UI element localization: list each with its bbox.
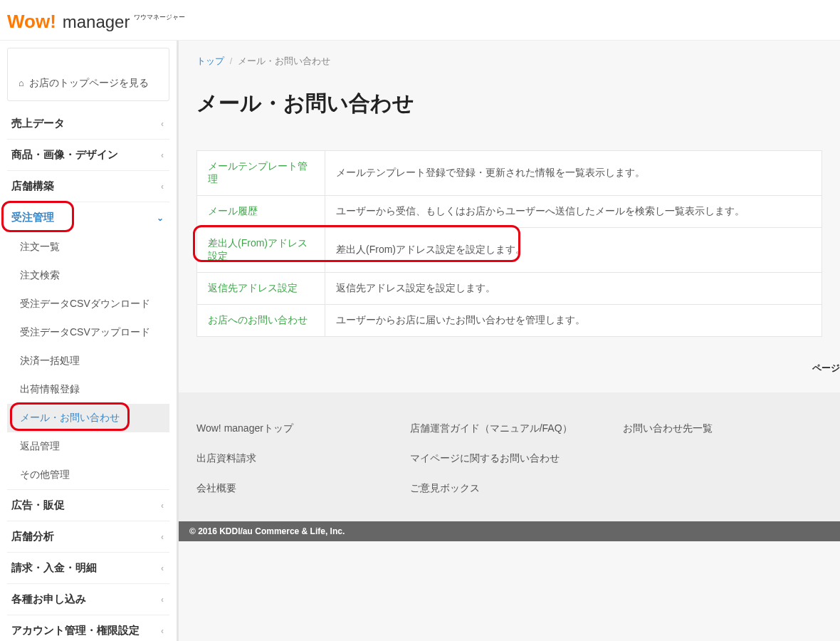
footer: Wow! managerトップ出店資料請求会社概要店舗運営ガイド（マニュアル/F… <box>179 392 840 541</box>
copyright: © 2016 KDDI/au Commerce & Life, Inc. <box>179 521 840 541</box>
table-row: お店へのお問い合わせユーザーからお店に届いたお問い合わせを管理します。 <box>197 305 822 337</box>
logo-subtitle: ワウマネージャー <box>134 13 185 22</box>
table-row: 差出人(From)アドレス設定差出人(From)アドレス設定を設定します。 <box>197 228 822 273</box>
row-description: メールテンプレート登録で登録・更新された情報を一覧表示します。 <box>325 151 822 196</box>
chevron-left-icon: ‹ <box>161 182 164 192</box>
chevron-left-icon: ‹ <box>161 501 164 511</box>
nav-group-2[interactable]: 店舗構築‹ <box>7 171 169 202</box>
nav-sub-item[interactable]: 受注データCSVダウンロード <box>7 290 169 318</box>
row-description: ユーザーから受信、もしくはお店からユーザーへ送信したメールを検索し一覧表示します… <box>325 196 822 228</box>
breadcrumb-root[interactable]: トップ <box>196 56 224 66</box>
row-description: ユーザーからお店に届いたお問い合わせを管理します。 <box>325 305 822 337</box>
footer-column: Wow! managerトップ出店資料請求会社概要 <box>196 414 396 504</box>
footer-link[interactable]: 店舗運営ガイド（マニュアル/FAQ） <box>410 414 609 444</box>
nav-group-label: 売上データ <box>11 117 65 130</box>
chevron-left-icon: ‹ <box>161 150 164 160</box>
nav-sub-item[interactable]: 注文一覧 <box>7 233 169 261</box>
nav-sub-item[interactable]: 受注データCSVアップロード <box>7 318 169 347</box>
footer-link[interactable]: 会社概要 <box>196 474 396 504</box>
nav-group-7[interactable]: 各種お申し込み‹ <box>7 584 169 615</box>
main-content: トップ / メール・お問い合わせ メール・お問い合わせ メールテンプレート管理メ… <box>177 41 840 641</box>
table-row: メール履歴ユーザーから受信、もしくはお店からユーザーへ送信したメールを検索し一覧… <box>197 196 822 228</box>
nav-group-8[interactable]: アカウント管理・権限設定‹ <box>7 615 169 641</box>
nav-group-label: 各種お申し込み <box>11 593 86 606</box>
chevron-left-icon: ‹ <box>161 626 164 636</box>
nav-group-6[interactable]: 請求・入金・明細‹ <box>7 553 169 583</box>
app-header: Wow! manager ワウマネージャー <box>0 0 840 41</box>
nav-sub-item[interactable]: その他管理 <box>7 461 169 489</box>
nav-group-label: 受注管理 <box>11 211 54 224</box>
breadcrumb: トップ / メール・お問い合わせ <box>196 55 822 68</box>
nav-group-label: 請求・入金・明細 <box>11 561 97 575</box>
nav-group-5[interactable]: 店舗分析‹ <box>7 521 169 552</box>
nav-sub-item[interactable]: 決済一括処理 <box>7 347 169 375</box>
nav-sub-item[interactable]: 注文検索 <box>7 261 169 290</box>
breadcrumb-current: メール・お問い合わせ <box>238 56 330 66</box>
chevron-left-icon: ‹ <box>161 532 164 542</box>
shop-top-label: お店のトップページを見る <box>29 77 149 88</box>
table-row: メールテンプレート管理メールテンプレート登録で登録・更新された情報を一覧表示しま… <box>197 151 822 196</box>
nav-sub-item[interactable]: メール・お問い合わせ <box>7 404 169 432</box>
row-description: 差出人(From)アドレス設定を設定します。 <box>325 228 822 273</box>
row-link[interactable]: メール履歴 <box>197 196 325 228</box>
nav-group-1[interactable]: 商品・画像・デザイン‹ <box>7 140 169 170</box>
menu-table: メールテンプレート管理メールテンプレート登録で登録・更新された情報を一覧表示しま… <box>196 150 822 337</box>
table-row: 返信先アドレス設定返信先アドレス設定を設定します。 <box>197 273 822 305</box>
row-link[interactable]: メールテンプレート管理 <box>197 151 325 196</box>
nav-group-label: 広告・販促 <box>11 499 65 512</box>
home-icon: ⌂ <box>19 78 24 88</box>
footer-link[interactable]: 出店資料請求 <box>196 444 396 474</box>
chevron-left-icon: ‹ <box>161 119 164 129</box>
nav-group-label: 店舗分析 <box>11 530 54 543</box>
chevron-left-icon: ‹ <box>161 595 164 605</box>
footer-column: 店舗運営ガイド（マニュアル/FAQ）マイページに関するお問い合わせご意見ボックス <box>410 414 609 504</box>
footer-column: お問い合わせ先一覧 <box>623 414 822 504</box>
shop-top-link[interactable]: ⌂ お店のトップページを見る <box>7 48 169 101</box>
sidebar: ⌂ お店のトップページを見る 売上データ‹商品・画像・デザイン‹店舗構築‹受注管… <box>0 41 177 641</box>
row-link[interactable]: お店へのお問い合わせ <box>197 305 325 337</box>
nav-sub-item[interactable]: 出荷情報登録 <box>7 375 169 404</box>
breadcrumb-sep: / <box>230 56 233 66</box>
nav-group-label: 店舗構築 <box>11 179 54 193</box>
nav-group-0[interactable]: 売上データ‹ <box>7 108 169 139</box>
footer-link[interactable]: ご意見ボックス <box>410 474 609 504</box>
nav-group-4[interactable]: 広告・販促‹ <box>7 490 169 521</box>
logo-manager: manager <box>63 12 130 31</box>
row-link[interactable]: 返信先アドレス設定 <box>197 273 325 305</box>
chevron-down-icon: ⌄ <box>157 213 164 223</box>
row-link[interactable]: 差出人(From)アドレス設定 <box>197 228 325 273</box>
logo-wow: Wow! <box>7 11 56 32</box>
footer-link[interactable]: マイページに関するお問い合わせ <box>410 444 609 474</box>
nav-group-3[interactable]: 受注管理⌄ <box>7 202 169 233</box>
page-title: メール・お問い合わせ <box>196 89 822 118</box>
nav-sub-item[interactable]: 返品管理 <box>7 432 169 461</box>
footer-link[interactable]: Wow! managerトップ <box>196 414 396 444</box>
annotation-highlight <box>10 402 130 431</box>
page-foot: ページ <box>179 351 840 392</box>
row-description: 返信先アドレス設定を設定します。 <box>325 273 822 305</box>
nav-group-label: アカウント管理・権限設定 <box>11 624 140 637</box>
chevron-left-icon: ‹ <box>161 563 164 573</box>
footer-link[interactable]: お問い合わせ先一覧 <box>623 414 822 444</box>
nav-group-label: 商品・画像・デザイン <box>11 148 118 162</box>
